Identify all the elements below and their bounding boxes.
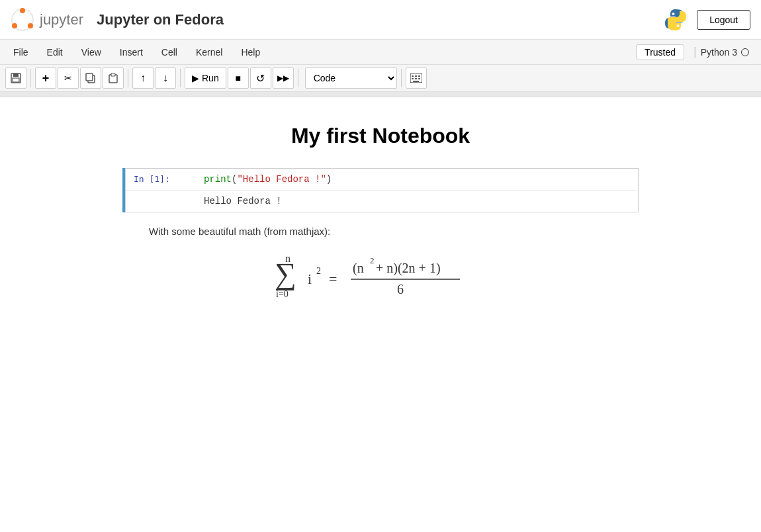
cell-type-select[interactable]: Code Markdown Raw NBConvert Heading bbox=[305, 67, 397, 89]
toolbar-separator-1 bbox=[30, 69, 31, 87]
svg-text:2: 2 bbox=[370, 255, 375, 265]
cut-button[interactable]: ✂ bbox=[58, 67, 79, 89]
restart-icon: ↺ bbox=[256, 72, 265, 85]
restart-button[interactable]: ↺ bbox=[250, 67, 271, 89]
math-formula: ∑ i=0 n i 2 = (n 2 + n)(2n + 1) bbox=[149, 247, 639, 307]
logo-area: jupyter Jupyter on Fedora bbox=[11, 8, 662, 32]
move-up-button[interactable]: ↑ bbox=[132, 67, 154, 89]
toolbar-separator-2 bbox=[128, 69, 128, 87]
move-up-icon: ↑ bbox=[140, 72, 146, 84]
svg-text:6: 6 bbox=[397, 282, 404, 296]
copy-icon bbox=[85, 73, 96, 83]
svg-rect-14 bbox=[412, 75, 414, 77]
menu-cell[interactable]: Cell bbox=[154, 44, 185, 60]
svg-text:i: i bbox=[308, 271, 312, 287]
svg-rect-19 bbox=[418, 78, 420, 79]
run-icon: ▶ bbox=[192, 73, 199, 83]
svg-rect-10 bbox=[86, 73, 93, 81]
stop-button[interactable]: ■ bbox=[228, 67, 249, 89]
header-right: Logout bbox=[662, 7, 750, 33]
math-section: With some beautiful math (from mathjax):… bbox=[122, 226, 639, 307]
paste-icon bbox=[108, 73, 118, 83]
svg-point-5 bbox=[677, 24, 680, 27]
stop-icon: ■ bbox=[235, 73, 240, 83]
cell-input: In [1]: print("Hello Fedora !") bbox=[126, 169, 638, 190]
svg-point-4 bbox=[672, 13, 675, 15]
separator-bar: | bbox=[694, 45, 697, 59]
svg-rect-12 bbox=[111, 73, 115, 76]
keyboard-shortcuts-button[interactable] bbox=[406, 67, 427, 89]
menu-insert[interactable]: Insert bbox=[112, 44, 151, 60]
copy-button[interactable] bbox=[80, 67, 101, 89]
cut-icon: ✂ bbox=[64, 73, 72, 83]
svg-point-1 bbox=[20, 8, 25, 13]
svg-text:n: n bbox=[285, 253, 291, 264]
fast-forward-button[interactable]: ▶▶ bbox=[273, 67, 294, 89]
move-down-button[interactable]: ↓ bbox=[155, 67, 176, 89]
menubar: File Edit View Insert Cell Kernel Help T… bbox=[0, 40, 761, 65]
menu-view[interactable]: View bbox=[73, 44, 109, 60]
notebook-container: My first Notebook In [1]: print("Hello F… bbox=[0, 97, 761, 494]
trusted-button[interactable]: Trusted bbox=[636, 44, 684, 60]
python-logo-icon bbox=[662, 7, 689, 33]
svg-point-2 bbox=[28, 23, 33, 28]
toolbar-separator-3 bbox=[180, 69, 181, 87]
svg-text:2: 2 bbox=[316, 266, 321, 276]
toolbar-separator-area bbox=[0, 92, 761, 97]
logo-text: jupyter bbox=[40, 11, 83, 28]
kernel-info: | Python 3 bbox=[687, 45, 756, 59]
svg-text:i=0: i=0 bbox=[276, 289, 289, 299]
math-svg: ∑ i=0 n i 2 = (n 2 + n)(2n + 1) bbox=[255, 247, 533, 307]
fast-forward-icon: ▶▶ bbox=[277, 73, 289, 83]
menu-edit[interactable]: Edit bbox=[39, 44, 71, 60]
svg-rect-18 bbox=[415, 78, 417, 79]
move-down-icon: ↓ bbox=[163, 72, 168, 84]
svg-rect-7 bbox=[13, 73, 19, 77]
svg-text:(n: (n bbox=[353, 261, 364, 276]
menu-file[interactable]: File bbox=[5, 44, 36, 60]
save-icon bbox=[11, 73, 21, 83]
svg-rect-17 bbox=[412, 78, 414, 79]
add-cell-button[interactable]: + bbox=[35, 67, 56, 89]
kernel-status-circle bbox=[741, 48, 749, 56]
add-icon: + bbox=[42, 71, 50, 85]
cell-inner: In [1]: print("Hello Fedora !") Hello Fe… bbox=[125, 168, 639, 212]
svg-rect-16 bbox=[418, 75, 420, 77]
svg-rect-15 bbox=[415, 75, 417, 77]
cell-code[interactable]: print("Hello Fedora !") bbox=[199, 169, 638, 190]
save-button[interactable] bbox=[5, 67, 26, 89]
run-button[interactable]: ▶ Run bbox=[185, 67, 226, 89]
code-cell-1[interactable]: In [1]: print("Hello Fedora !") Hello Fe… bbox=[122, 168, 639, 212]
notebook-content: My first Notebook In [1]: print("Hello F… bbox=[83, 124, 678, 307]
svg-rect-20 bbox=[413, 81, 419, 82]
svg-text:+ n)(2n + 1): + n)(2n + 1) bbox=[376, 261, 441, 276]
math-intro-text: With some beautiful math (from mathjax): bbox=[149, 226, 639, 237]
toolbar-separator-4 bbox=[298, 69, 298, 87]
jupyter-logo-icon bbox=[11, 8, 34, 32]
app-title: Jupyter on Fedora bbox=[97, 11, 224, 28]
menu-help[interactable]: Help bbox=[233, 44, 268, 60]
logout-button[interactable]: Logout bbox=[697, 10, 750, 30]
toolbar-separator-5 bbox=[401, 69, 402, 87]
cell-output-prompt bbox=[126, 191, 199, 201]
cell-active-border bbox=[122, 168, 125, 212]
code-string: "Hello Fedora !" bbox=[237, 174, 326, 185]
svg-text:=: = bbox=[329, 271, 337, 287]
header: jupyter Jupyter on Fedora Logout bbox=[0, 0, 761, 40]
svg-rect-8 bbox=[13, 78, 19, 82]
notebook-title-cell: My first Notebook bbox=[122, 124, 639, 148]
menu-kernel[interactable]: Kernel bbox=[188, 44, 230, 60]
svg-point-3 bbox=[12, 23, 17, 28]
keyboard-icon bbox=[410, 73, 422, 83]
toolbar: + ✂ ↑ ↓ ▶ Run ■ ↺ ▶▶ Code Markdown Raw bbox=[0, 65, 761, 92]
code-paren-close: ) bbox=[326, 174, 332, 185]
notebook-title: My first Notebook bbox=[122, 124, 639, 148]
cell-prompt: In [1]: bbox=[126, 169, 199, 189]
kernel-name: Python 3 bbox=[701, 47, 737, 58]
code-keyword: print bbox=[204, 174, 232, 185]
cell-output-text: Hello Fedora ! bbox=[199, 191, 287, 212]
cell-output: Hello Fedora ! bbox=[126, 190, 638, 212]
run-label: Run bbox=[202, 73, 219, 83]
paste-button[interactable] bbox=[103, 67, 124, 89]
